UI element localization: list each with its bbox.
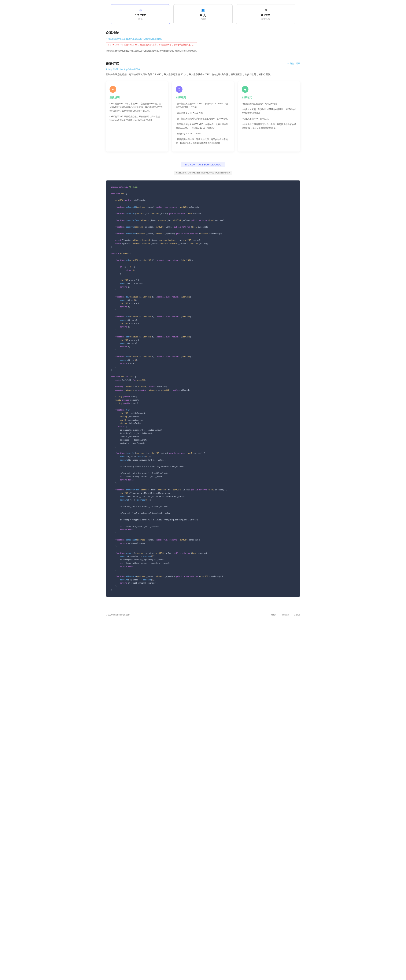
info-card: ✦空投说明• YFC总量500000枚，本次YFCC空投数量10000枚。为了解… (106, 81, 168, 151)
info-card-icon: ◆ (242, 86, 248, 93)
info-item: • 第三期众筹总量 80000 YFC，众筹时间：众筹地址收到的第333A枚ET… (176, 123, 230, 130)
invited-icon: 👥 (201, 8, 205, 12)
stat-label: 余额 (114, 18, 166, 20)
balance-icon: ◎ (138, 8, 142, 12)
info-item: • 可随意承诺ETH，自动汇兑 (242, 117, 296, 121)
invite-title: 邀请链接 (106, 62, 119, 66)
info-item: • YFC将于10月12日结束空投，开放流代币，同时上线Uniswap去中心化交… (110, 115, 164, 122)
stat-reward[interactable]: ⟲ 0 YFC 邀请奖励 (236, 4, 295, 24)
info-item: • 使用您的域名包发送ETH到众筹地址 (242, 102, 296, 105)
crowdfund-address[interactable]: 0x08B6274512ed10070baa3a4645dCf977B8581f… (106, 38, 300, 40)
stat-invited[interactable]: 👥 0 人 已邀请 (173, 4, 233, 24)
footer-links: Twitter Telegram Github (265, 614, 300, 616)
reward-icon: ⟲ (264, 8, 268, 12)
crowdfund-title: 众筹地址 (106, 31, 300, 35)
info-card-title: 众筹规则 (176, 96, 230, 99)
footer-github[interactable]: Github (294, 614, 300, 616)
info-item: • 额度按照时间排序，开放发放代币，越早参与成功率越大，如众筹完毕，未能购买成功… (176, 138, 230, 145)
info-card-title: 空投说明 (110, 96, 164, 99)
separator (106, 57, 300, 57)
info-card-icon: ✦ (110, 86, 116, 93)
info-item: • 本次空投仅用机器学习过程作升降，献忍因为作弊者有退款的初级，参与认筹的将原路… (242, 123, 296, 130)
info-card: ⬡众筹规则• 第一期众筹总量 50000 YFC，众筹时间: 2020-09-1… (172, 81, 234, 151)
info-item: • 众筹价格 1 ETH = 150 YFC (176, 111, 230, 115)
invite-desc: 复制并分享您的链接，您和被邀请人同时免除 0.2 YFC，每人最多可邀请 20 … (106, 73, 300, 76)
footer-twitter[interactable]: Twitter (269, 614, 275, 616)
stat-value: 0 人 (177, 13, 229, 18)
info-grid: ✦空投说明• YFC总量500000枚，本次YFCC空投数量10000枚。为了解… (106, 81, 300, 151)
code-title: YFC CONTRACT SOURCE CODE (106, 162, 300, 167)
info-item: • 第一期众筹总量 50000 YFC，众筹时间: 2020-09-13 至 第… (176, 102, 230, 109)
stat-balance[interactable]: ◎ 0.2 YFC 余额 (111, 4, 170, 24)
footer-telegram[interactable]: Telegram (281, 614, 289, 616)
info-card: ◆众筹方式• 使用您的域名包发送ETH到众筹地址• 空投地址复制，能复制地址ET… (238, 81, 300, 151)
stat-value: 0.2 YFC (114, 13, 166, 17)
info-item: • 众筹价格 1 ETH = 100YFC (176, 132, 230, 135)
footer: © 2020 yearnchange.com Twitter Telegram … (106, 609, 300, 620)
info-card-icon: ⬡ (176, 86, 182, 93)
contract-hash: 0X88A4AA7CA96F82E0B44DDF8207738F2E588D3A… (106, 171, 300, 174)
footer-copyright: © 2020 yearnchange.com (106, 614, 130, 616)
stats-row: ◎ 0.2 YFC 余额 👥 0 人 已邀请 ⟲ 0 YFC 邀请奖励 (106, 4, 300, 24)
qr-code-link[interactable]: 👁 我的二维码 (287, 62, 300, 65)
invite-link[interactable]: http://922.cjfec.top/?dre=8D06 (106, 68, 300, 71)
info-item: • YFC总量500000枚，本次YFCC空投数量10000枚。为了解锁YFII… (110, 102, 164, 113)
stat-value: 0 YFC (240, 13, 292, 17)
crowdfund-warning: 1 ETH=150 YFC 总量50000 YFC 额度按照时间排序，开始发放代… (106, 42, 197, 47)
info-item: • 第二期众筹结束时间以众筹地址收到第333枚ETH为准。 (176, 117, 230, 121)
stat-label: 邀请奖励 (240, 18, 292, 20)
source-code: pragma solidity ^0.4.21; contract YFC { … (106, 180, 300, 597)
info-item: • 空投地址复制，能复制地址ETH转账源地址，将YFC自动发放到您的来源地址 (242, 108, 296, 115)
stat-label: 已邀请 (177, 18, 229, 21)
crowdfund-desc: 使用您的钱包 0x08B6274512ed10070baa3a4645dCf97… (106, 49, 300, 53)
info-card-title: 众筹方式 (242, 96, 296, 99)
